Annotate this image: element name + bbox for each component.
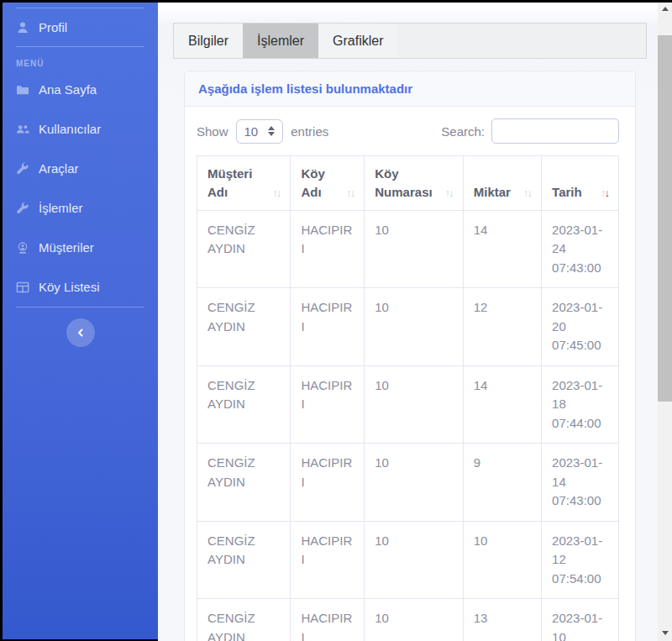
column-header-köy-numarası[interactable]: Köy Numarası ↑↓ <box>365 156 463 211</box>
sidebar-item-köy-listesi[interactable]: Köy Listesi <box>3 267 158 307</box>
table-row: CENGİZ AYDIN HACIPIRI 10 13 2023-01-10 0… <box>197 599 619 641</box>
cell-koy-adi: HACIPIRI <box>291 444 365 522</box>
entries-select-value: 10 <box>244 124 259 139</box>
tab-bilgiler[interactable]: Bilgiler <box>174 24 243 58</box>
cell-koy-adi: HACIPIRI <box>291 210 365 288</box>
panel-body: Show 10 entries Search: <box>185 107 635 641</box>
sidebar-collapse-button[interactable] <box>66 318 95 347</box>
sort-icon: ↑↓ <box>445 186 453 202</box>
cell-miktar: 10 <box>463 521 541 599</box>
table-row: CENGİZ AYDIN HACIPIRI 10 14 2023-01-24 0… <box>197 210 619 288</box>
table-row: CENGİZ AYDIN HACIPIRI 10 10 2023-01-12 0… <box>197 521 619 599</box>
cell-miktar: 9 <box>463 444 541 522</box>
wrench-icon <box>16 162 29 176</box>
islemler-panel: Aşağıda işlem listesi bulunmaktadır Show… <box>184 71 636 641</box>
scrollbar-thumb[interactable] <box>658 35 672 402</box>
sidebar-item-label: Köy Listesi <box>39 280 100 294</box>
sidebar-item-araçlar[interactable]: Araçlar <box>3 149 158 188</box>
column-header-miktar[interactable]: Miktar ↑↓ <box>463 156 541 211</box>
sidebar: Profil MENÜ Ana Sayfa Kullanıcılar Araçl… <box>3 3 158 639</box>
datatable-controls: Show 10 entries Search: <box>197 118 619 144</box>
tab-label: Bilgiler <box>188 34 228 49</box>
folder-icon <box>16 83 29 97</box>
table-header-row: Müşteri Adı ↑↓ Köy Adı ↑↓ <box>197 156 619 211</box>
column-label: Köy Adı <box>301 165 343 202</box>
table-row: CENGİZ AYDIN HACIPIRI 10 12 2023-01-20 0… <box>197 288 619 366</box>
cell-koy-numarasi: 10 <box>365 521 463 599</box>
user-badge-icon <box>16 241 29 255</box>
tab-label: İşlemler <box>257 34 304 49</box>
sidebar-item-profil[interactable]: Profil <box>3 8 158 46</box>
sidebar-item-label: Araçlar <box>39 161 79 176</box>
table-body: CENGİZ AYDIN HACIPIRI 10 14 2023-01-24 0… <box>197 210 619 641</box>
sort-icon: ↑↓ <box>523 186 531 202</box>
cell-tarih: 2023-01-24 07:43:00 <box>542 210 619 288</box>
sidebar-item-label: Profil <box>39 20 67 34</box>
cell-tarih: 2023-01-12 07:54:00 <box>542 521 619 599</box>
cell-musteri-adi: CENGİZ AYDIN <box>197 365 291 444</box>
scroll-up-button[interactable] <box>658 3 672 15</box>
sort-icon: ↑↓ <box>272 186 280 202</box>
column-header-müşteri-adı[interactable]: Müşteri Adı ↑↓ <box>197 156 291 211</box>
sort-icon: ↑↓ <box>601 186 608 202</box>
entries-select[interactable]: 10 <box>236 119 284 144</box>
search-control: Search: <box>441 118 619 144</box>
cell-musteri-adi: CENGİZ AYDIN <box>197 210 291 288</box>
chevron-left-icon <box>76 328 86 338</box>
search-input[interactable] <box>491 118 619 144</box>
sidebar-divider <box>16 46 144 47</box>
cell-koy-adi: HACIPIRI <box>291 521 365 599</box>
sidebar-item-label: Müşteriler <box>39 240 94 255</box>
sidebar-item-i̇şlemler[interactable]: İşlemler <box>3 188 158 228</box>
cell-koy-adi: HACIPIRI <box>291 365 365 444</box>
sidebar-item-ana-sayfa[interactable]: Ana Sayfa <box>3 70 158 109</box>
cell-miktar: 13 <box>463 599 541 641</box>
sidebar-item-label: Ana Sayfa <box>39 82 97 97</box>
wrench-icon <box>16 202 29 215</box>
entries-label: entries <box>291 124 328 139</box>
cell-miktar: 14 <box>463 210 541 288</box>
sidebar-item-label: İşlemler <box>39 201 83 215</box>
table-icon <box>16 281 29 294</box>
table-row: CENGİZ AYDIN HACIPIRI 10 9 2023-01-14 07… <box>197 444 619 522</box>
column-label: Müşteri Adı <box>207 165 269 202</box>
cell-koy-numarasi: 10 <box>365 365 463 444</box>
column-label: Miktar <box>474 183 511 202</box>
main-area: Bilgiler İşlemler Grafikler Aşağıda işle… <box>158 3 672 641</box>
page-length-control: Show 10 entries <box>197 119 328 144</box>
cell-tarih: 2023-01-20 07:45:00 <box>542 288 619 366</box>
tab-grafikler[interactable]: Grafikler <box>318 24 397 58</box>
tab-label: Grafikler <box>333 34 383 49</box>
cell-musteri-adi: CENGİZ AYDIN <box>197 521 291 599</box>
sidebar-item-label: Kullanıcılar <box>39 122 101 136</box>
user-icon <box>16 21 29 34</box>
tab-bar: Bilgiler İşlemler Grafikler <box>173 23 647 59</box>
cell-tarih: 2023-01-10 07:58:00 <box>542 599 619 641</box>
cell-tarih: 2023-01-14 07:43:00 <box>542 444 619 522</box>
cell-musteri-adi: CENGİZ AYDIN <box>197 288 291 366</box>
sidebar-item-müşteriler[interactable]: Müşteriler <box>3 228 158 267</box>
cell-musteri-adi: CENGİZ AYDIN <box>197 444 291 522</box>
show-label: Show <box>197 124 228 139</box>
sidebar-section-heading: MENÜ <box>16 59 144 68</box>
tab-i̇şlemler[interactable]: İşlemler <box>243 24 318 58</box>
sidebar-item-kullanıcılar[interactable]: Kullanıcılar <box>3 109 158 149</box>
users-icon <box>16 123 29 136</box>
panel-title: Aşağıda işlem listesi bulunmaktadır <box>198 81 412 96</box>
column-header-tarih[interactable]: Tarih ↑↓ <box>542 156 619 211</box>
column-header-köy-adı[interactable]: Köy Adı ↑↓ <box>291 156 365 211</box>
sidebar-divider <box>16 307 144 307</box>
cell-miktar: 12 <box>463 288 541 366</box>
panel-header: Aşağıda işlem listesi bulunmaktadır <box>185 71 635 107</box>
cell-koy-numarasi: 10 <box>365 599 463 641</box>
cell-koy-adi: HACIPIRI <box>291 288 365 366</box>
sidebar-menu: Ana Sayfa Kullanıcılar Araçlar İşlemler … <box>3 70 158 307</box>
cell-koy-numarasi: 10 <box>365 444 463 522</box>
table-row: CENGİZ AYDIN HACIPIRI 10 14 2023-01-18 0… <box>197 365 619 444</box>
cell-koy-numarasi: 10 <box>365 210 463 288</box>
scroll-down-button[interactable] <box>658 627 672 639</box>
column-label: Tarih <box>552 183 582 202</box>
app-window: Profil MENÜ Ana Sayfa Kullanıcılar Araçl… <box>3 3 672 641</box>
cell-koy-numarasi: 10 <box>365 288 463 366</box>
vertical-scrollbar[interactable] <box>658 3 672 641</box>
